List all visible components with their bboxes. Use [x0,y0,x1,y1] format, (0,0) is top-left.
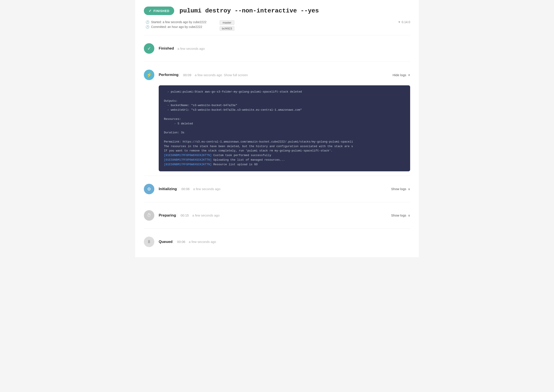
step-label-finished: Finished [159,46,174,51]
step-preparing: ⏱ Preparing 00:15 a few seconds ago Show… [144,207,410,224]
step-label-preparing: Preparing [159,213,176,218]
log-line-13: The resources in the stack have been del… [164,144,405,149]
step-performing-meta: Performing 00:09 a few seconds ago Show … [159,73,248,77]
chevron-down-icon-initializing: ∨ [408,187,410,191]
log-id-1: [01ES8NBM17PF8P0W8XGCK2KTTN] [164,154,211,157]
meta-row: 🕐 Started: a few seconds ago by cube2222… [144,20,410,31]
log-line-1: - pulumi:pulumi:Stack aws-go-s3-folder-m… [164,90,405,94]
chevron-up-icon: ∧ [408,73,410,77]
log-line-17: [01ES8NBM17PF8P0W8XGCK2KTTN] Resource li… [164,162,405,167]
step-preparing-meta: Preparing 00:15 a few seconds ago [159,213,220,218]
step-time-queued: a few seconds ago [189,240,216,244]
log-line-9 [164,126,405,131]
hide-logs-label: Hide logs [393,73,406,77]
show-logs-initializing-label: Show logs [391,187,406,191]
started-text: Started: a few seconds ago by cube2222 [151,20,206,24]
step-time-finished: a few seconds ago [177,47,205,50]
log-line-6 [164,112,405,117]
step-icon-finished: ✓ [144,43,154,54]
step-queued: ⏸ Queued 00:06 a few seconds ago [144,233,410,251]
log-line-12: Permalink: https://s3.eu-central-1.amazo… [164,140,405,144]
step-duration-performing: 00:09 [179,73,191,77]
meta-left: 🕐 Started: a few seconds ago by cube2222… [146,20,206,28]
log-text-2: Uploading the list of managed resources.… [211,158,285,161]
version-text: 0.14.0 [402,20,410,24]
step-initializing-meta: Initializing 00:06 a few seconds ago [159,187,220,191]
log-line-3: Outputs: [164,99,405,104]
log-line-15: [01ES8NBM17PF8P0W8XGCK2KTTN] Custom task… [164,153,405,158]
meta-tags: master bcf4923 [220,20,234,31]
log-line-14: If you want to remove the stack complete… [164,149,405,153]
step-time-preparing: a few seconds ago [192,213,220,217]
log-terminal-performing: - pulumi:pulumi:Stack aws-go-s3-folder-m… [159,85,410,171]
show-full-screen-button[interactable]: Show full screen [224,73,248,77]
committed-text: Committed: an hour ago by cube2222 [151,25,202,28]
step-time-performing: a few seconds ago [195,73,222,77]
version-arrow-icon: ▼ [398,20,401,24]
step-icon-initializing: ⚙ [144,184,154,194]
log-line-2 [164,94,405,99]
show-logs-preparing-button[interactable]: Show logs ∨ [391,213,410,217]
header: ✓ FINISHED pulumi destroy --non-interact… [144,7,410,15]
command-title: pulumi destroy --non-interactive --yes [179,7,319,14]
clock-icon-committed: 🕐 [146,25,149,28]
status-label: FINISHED [154,9,169,13]
show-logs-initializing-button[interactable]: Show logs ∨ [391,187,410,191]
step-performing: ⚡ Performing 00:09 a few seconds ago Sho… [144,66,410,84]
divider-1 [144,62,410,62]
step-queued-meta: Queued 00:06 a few seconds ago [159,240,216,244]
step-label-performing: Performing [159,73,179,77]
check-icon: ✓ [149,9,152,13]
step-icon-preparing: ⏱ [144,210,154,221]
step-time-initializing: a few seconds ago [193,187,220,191]
clock-icon-started: 🕐 [146,20,149,24]
log-id-3: [01ES8NBM17PF8P0W8XGCK2KTTN] [164,163,211,166]
started-meta: 🕐 Started: a few seconds ago by cube2222 [146,20,206,24]
divider-4 [144,229,410,229]
chevron-down-icon-preparing: ∨ [408,214,410,217]
main-page: ✓ FINISHED pulumi destroy --non-interact… [135,0,419,257]
log-line-5: - websiteUrl: "s3-website-bucket-b47a23a… [164,108,405,112]
log-line-8: - 5 deleted [164,122,405,126]
step-icon-queued: ⏸ [144,237,154,247]
show-logs-preparing-label: Show logs [391,213,406,217]
log-text-1: Custom task performed successfully [211,154,271,157]
step-duration-queued: 00:06 [173,240,185,244]
step-finished-meta: Finished a few seconds ago [159,46,205,51]
step-initializing: ⚙ Initializing 00:06 a few seconds ago S… [144,180,410,198]
step-icon-performing: ⚡ [144,70,154,80]
step-label-queued: Queued [159,240,172,244]
steps-container: ✓ Finished a few seconds ago ⚡ Performin… [144,40,410,251]
log-line-10: Duration: 3s [164,131,405,135]
step-duration-preparing: 00:15 [177,213,189,217]
committed-meta: 🕐 Committed: an hour ago by cube2222 [146,25,206,28]
hide-logs-button[interactable]: Hide logs ∧ [393,73,410,77]
step-duration-initializing: 00:06 [178,187,190,191]
step-label-initializing: Initializing [159,187,177,191]
status-badge: ✓ FINISHED [144,7,174,15]
commit-tag[interactable]: bcf4923 [220,26,234,31]
log-id-2: [01ES8NBM17PF8P0W8XGCK2KTTN] [164,158,211,161]
divider-3 [144,202,410,202]
step-finished: ✓ Finished a few seconds ago [144,40,410,57]
branch-tag[interactable]: master [220,20,234,25]
version-badge: ▼ 0.14.0 [398,20,410,24]
log-line-4: - bucketName: "s3-website-bucket-b47a23a… [164,103,405,108]
log-line-16: [01ES8NBM17PF8P0W8XGCK2KTTN] Uploading t… [164,158,405,162]
log-text-3: Resource list upload is GO [211,163,258,166]
divider-2 [144,176,410,176]
log-line-11 [164,135,405,140]
log-line-7: Resources: [164,117,405,122]
